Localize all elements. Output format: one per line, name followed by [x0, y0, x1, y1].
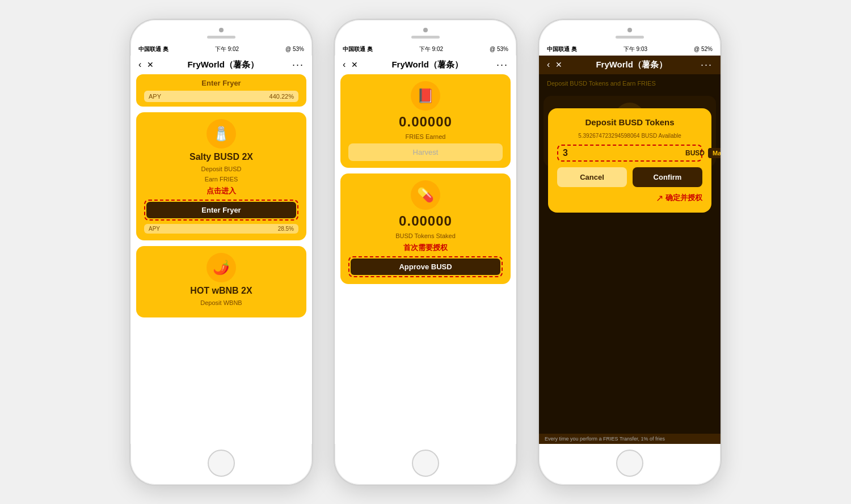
busd-icon-2: 💊	[411, 180, 440, 210]
nav-title-2: FryWorld（薯条）	[391, 60, 463, 70]
back-icon-2[interactable]: ‹	[343, 60, 346, 70]
dashed-wrapper-2: Approve BUSD	[348, 256, 503, 277]
status-carrier-3: 中国联通 奥	[547, 45, 577, 53]
nav-bar-3: ‹ ✕ FryWorld（薯条） ···	[539, 56, 721, 74]
annotation-busd-2: 首次需要授权	[403, 243, 448, 253]
status-battery-1: @ 53%	[285, 46, 304, 52]
close-icon-2[interactable]: ✕	[351, 60, 358, 69]
salty-icon-1: 🧂	[207, 119, 236, 149]
speaker-1	[207, 36, 235, 39]
modal-overlay-3: Deposit BUSD Tokens 5.392674723294598064…	[539, 74, 721, 434]
nav-title-3: FryWorld（薯条）	[596, 60, 667, 70]
phone-1: 中国联通 奥 下午 9:02 @ 53% ‹ ✕ FryWorld（薯条） ··…	[130, 20, 312, 485]
nav-more-2[interactable]: ···	[496, 59, 508, 71]
speaker-2	[411, 36, 440, 39]
status-time-2: 下午 9:02	[419, 45, 443, 53]
phone-2: 中国联通 奥 下午 9:02 @ 53% ‹ ✕ FryWorld（薯条） ··…	[335, 20, 516, 485]
status-time-1: 下午 9:02	[215, 45, 239, 53]
fries-icon-2: 📕	[411, 81, 440, 111]
apy-label-salty-1: APY	[149, 226, 160, 232]
modal-box-3: Deposit BUSD Tokens 5.392674723294598064…	[548, 108, 711, 213]
close-icon-1[interactable]: ✕	[147, 60, 154, 69]
top-apy-value-1: 440.22%	[269, 93, 294, 100]
camera-2	[423, 28, 428, 32]
modal-title-3: Deposit BUSD Tokens	[557, 117, 702, 127]
camera-1	[219, 28, 224, 32]
phone-3: 中国联通 奥 下午 9:03 @ 52% ‹ ✕ FryWorld（薯条） ··…	[539, 20, 721, 485]
bottom-note-3: Every time you perform a FRIES Transfer,…	[539, 434, 721, 444]
card-hot-1: 🌶️ HOT wBNB 2X Deposit WBNB	[136, 246, 306, 317]
annotation-salty-1: 点击进入	[207, 186, 236, 196]
camera-3	[627, 28, 632, 32]
nav-left-1: ‹ ✕	[138, 60, 154, 70]
nav-left-2: ‹ ✕	[343, 60, 358, 70]
modal-max-btn-3[interactable]: Max	[708, 148, 721, 158]
cancel-btn-3[interactable]: Cancel	[557, 167, 627, 187]
nav-title-1: FryWorld（薯条）	[187, 60, 259, 70]
nav-left-3: ‹ ✕	[547, 60, 562, 70]
top-banner-title-1: Enter Fryer	[201, 79, 241, 87]
hot-icon-1: 🌶️	[207, 253, 236, 282]
status-bar-3: 中国联通 奥 下午 9:03 @ 52%	[539, 43, 721, 56]
speaker-3	[616, 36, 644, 39]
home-button-2[interactable]	[412, 450, 439, 477]
modal-buttons-3: Cancel Confirm	[557, 167, 702, 187]
card-desc-hot-1: Deposit WBNB	[200, 299, 242, 306]
phone-top-3	[539, 20, 721, 43]
modal-available-3: 5.392674723294598064 BUSD Available	[557, 133, 702, 139]
status-battery-2: @ 53%	[490, 46, 508, 52]
top-apy-row-1: APY 440.22%	[144, 91, 298, 102]
modal-currency-3: BUSD	[685, 149, 705, 157]
status-time-3: 下午 9:03	[623, 45, 647, 53]
status-carrier-2: 中国联通 奥	[343, 45, 373, 53]
phone-content-1: Enter Fryer APY 440.22% 🧂 Salty BUSD 2X …	[130, 74, 312, 444]
dashed-wrapper-1: Enter Fryer	[144, 200, 298, 221]
home-button-3[interactable]	[616, 450, 643, 477]
apy-row-salty-1: APY 28.5%	[144, 224, 298, 234]
annotation-confirm-3: 确定并授权	[665, 193, 702, 203]
card-title-salty-1: Salty BUSD 2X	[189, 152, 253, 162]
top-apy-label-1: APY	[149, 93, 161, 100]
phone-top-1	[130, 20, 312, 43]
close-icon-3[interactable]: ✕	[555, 60, 562, 69]
apy-value-salty-1: 28.5%	[278, 226, 294, 232]
enter-fryer-btn-1[interactable]: Enter Fryer	[146, 202, 296, 218]
top-banner-1: Enter Fryer APY 440.22%	[136, 74, 306, 107]
card-salty-1: 🧂 Salty BUSD 2X Deposit BUSD Earn FRIES …	[136, 112, 306, 240]
annotation-row-3: ↗ 确定并授权	[557, 193, 702, 204]
phone-top-2	[335, 20, 516, 43]
nav-more-3[interactable]: ···	[701, 59, 713, 71]
fries-value-2: 0.00000	[399, 114, 452, 130]
home-button-1[interactable]	[208, 450, 235, 477]
card-fries-2: 📕 0.00000 FRIES Earned Harvest	[340, 74, 511, 168]
card-busd-2: 💊 0.00000 BUSD Tokens Staked 首次需要授权 Appr…	[340, 173, 511, 284]
busd-label-2: BUSD Tokens Staked	[395, 232, 456, 239]
busd-value-2: 0.00000	[399, 213, 452, 229]
bottom-note-text-3: Every time you perform a FRIES Transfer,…	[545, 436, 665, 442]
back-icon-3[interactable]: ‹	[547, 60, 550, 70]
phone-content-2: 📕 0.00000 FRIES Earned Harvest 💊 0.00000…	[335, 74, 516, 444]
status-bar-2: 中国联通 奥 下午 9:02 @ 53%	[335, 43, 516, 56]
dark-bg-3: Deposit BUSD Tokens and Earn FRIES 📕 0.0…	[539, 74, 721, 434]
status-bar-1: 中国联通 奥 下午 9:02 @ 53%	[130, 43, 312, 56]
nav-more-1[interactable]: ···	[292, 59, 304, 71]
modal-input-3[interactable]	[563, 148, 682, 158]
card-title-hot-1: HOT wBNB 2X	[190, 286, 252, 296]
nav-bar-1: ‹ ✕ FryWorld（薯条） ···	[130, 56, 312, 74]
status-battery-3: @ 52%	[694, 46, 713, 52]
modal-input-row-3: BUSD Max	[557, 145, 702, 162]
card-desc2-salty-1: Earn FRIES	[205, 176, 238, 183]
approve-btn-2[interactable]: Approve BUSD	[351, 259, 500, 275]
status-carrier-1: 中国联通 奥	[138, 45, 168, 53]
confirm-btn-3[interactable]: Confirm	[633, 167, 702, 187]
card-desc1-salty-1: Deposit BUSD	[201, 166, 242, 172]
phone-content-3: Deposit BUSD Tokens and Earn FRIES 📕 0.0…	[539, 74, 721, 444]
harvest-btn-2[interactable]: Harvest	[348, 143, 503, 161]
nav-bar-2: ‹ ✕ FryWorld（薯条） ···	[335, 56, 516, 74]
fries-label-2: FRIES Earned	[406, 133, 446, 140]
back-icon-1[interactable]: ‹	[138, 60, 141, 70]
